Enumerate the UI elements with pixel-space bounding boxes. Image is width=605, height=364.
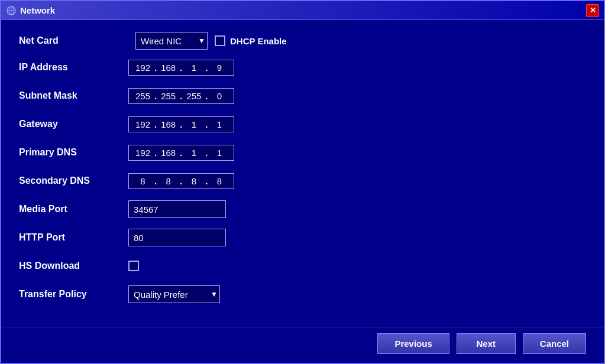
transfer-policy-select[interactable]: Quality Prefer Speed Prefer Balanced <box>128 285 220 303</box>
net-card-label: Net Card <box>19 35 128 46</box>
sdns-octet-1[interactable] <box>132 176 153 186</box>
ip-octet-3[interactable] <box>183 63 204 73</box>
gateway-dot-2: . <box>180 119 182 129</box>
subnet-mask-label: Subnet Mask <box>19 90 128 101</box>
nic-select-wrapper: Wired NIC Wireless NIC ▼ <box>135 32 208 50</box>
sdns-dot-2: . <box>180 176 182 186</box>
sdns-octet-4[interactable] <box>209 176 230 186</box>
network-window: Network ✕ Net Card Wired NIC Wireless NI… <box>0 0 605 364</box>
http-port-row: HTTP Port <box>19 227 586 248</box>
transfer-policy-row: Transfer Policy Quality Prefer Speed Pre… <box>19 284 586 305</box>
dhcp-checkbox[interactable] <box>215 35 225 46</box>
pdns-dot-3: . <box>205 148 208 158</box>
pdns-octet-4[interactable] <box>209 148 230 158</box>
gateway-octet-1[interactable] <box>132 119 153 129</box>
subnet-octet-2[interactable] <box>158 91 179 101</box>
pdns-dot-1: . <box>154 148 157 158</box>
title-bar: Network ✕ <box>1 1 604 20</box>
subnet-mask-field: . . . <box>128 88 234 104</box>
sdns-dot-3: . <box>205 176 208 186</box>
media-port-row: Media Port <box>19 199 586 220</box>
gateway-octet-3[interactable] <box>183 119 204 129</box>
window-title: Network <box>20 5 55 15</box>
primary-dns-row: Primary DNS . . . <box>19 142 586 163</box>
secondary-dns-field: . . . <box>128 173 234 189</box>
hs-download-checkbox[interactable] <box>128 261 139 271</box>
transfer-policy-label: Transfer Policy <box>19 289 128 300</box>
title-bar-left: Network <box>6 5 55 16</box>
next-button[interactable]: Next <box>457 333 516 354</box>
subnet-mask-row: Subnet Mask . . . <box>19 85 586 106</box>
http-port-input[interactable] <box>128 229 226 246</box>
media-port-label: Media Port <box>19 204 128 214</box>
pdns-octet-1[interactable] <box>132 148 153 158</box>
primary-dns-label: Primary DNS <box>19 147 128 158</box>
ip-dot-2: . <box>180 63 182 73</box>
ip-dot-1: . <box>154 63 157 73</box>
gateway-row: Gateway . . . <box>19 113 586 135</box>
pdns-octet-2[interactable] <box>158 148 179 158</box>
previous-button[interactable]: Previous <box>377 333 449 354</box>
subnet-octet-4[interactable] <box>209 91 230 101</box>
net-card-row: Net Card Wired NIC Wireless NIC ▼ DHCP E… <box>19 32 586 50</box>
ip-octet-1[interactable] <box>132 63 153 73</box>
ip-octet-2[interactable] <box>158 63 179 73</box>
gateway-octet-4[interactable] <box>209 119 230 129</box>
ip-address-label: IP Address <box>19 62 128 73</box>
media-port-input[interactable] <box>128 200 226 218</box>
gateway-octet-2[interactable] <box>158 119 179 129</box>
dhcp-section: DHCP Enable <box>215 35 287 46</box>
primary-dns-field: . . . <box>128 145 234 161</box>
gateway-field: . . . <box>128 116 234 132</box>
footer: Previous Next Cancel <box>1 327 604 363</box>
gateway-dot-1: . <box>154 119 157 129</box>
sdns-octet-2[interactable] <box>158 176 179 186</box>
subnet-octet-1[interactable] <box>132 91 153 101</box>
ip-address-row: IP Address . . . <box>19 57 586 78</box>
ip-dot-3: . <box>205 63 208 73</box>
hs-download-row: HS Download <box>19 255 586 277</box>
subnet-octet-3[interactable] <box>183 91 204 101</box>
gateway-label: Gateway <box>19 119 128 129</box>
http-port-label: HTTP Port <box>19 232 128 243</box>
ip-address-field: . . . <box>128 60 234 76</box>
transfer-policy-wrapper: Quality Prefer Speed Prefer Balanced ▼ <box>128 285 220 303</box>
sdns-octet-3[interactable] <box>183 176 204 186</box>
nic-select[interactable]: Wired NIC Wireless NIC <box>135 32 208 50</box>
gateway-dot-3: . <box>205 119 208 129</box>
close-button[interactable]: ✕ <box>586 4 599 17</box>
subnet-dot-2: . <box>180 91 182 101</box>
form-content: Net Card Wired NIC Wireless NIC ▼ DHCP E… <box>1 20 604 327</box>
pdns-dot-2: . <box>180 148 182 158</box>
hs-download-label: HS Download <box>19 261 128 271</box>
network-icon <box>6 5 17 16</box>
sdns-dot-1: . <box>154 176 157 186</box>
pdns-octet-3[interactable] <box>183 148 204 158</box>
subnet-dot-1: . <box>154 91 157 101</box>
cancel-button[interactable]: Cancel <box>523 333 586 354</box>
dhcp-label: DHCP Enable <box>230 36 287 46</box>
subnet-dot-3: . <box>205 91 208 101</box>
secondary-dns-label: Secondary DNS <box>19 176 128 186</box>
ip-octet-4[interactable] <box>209 63 230 73</box>
secondary-dns-row: Secondary DNS . . . <box>19 170 586 191</box>
